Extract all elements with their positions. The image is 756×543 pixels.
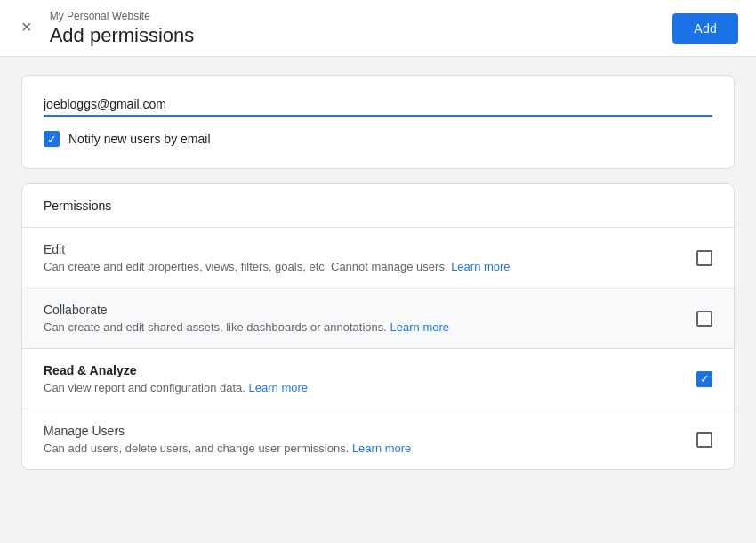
permissions-header: Permissions (22, 184, 734, 228)
checkbox-read-analyze[interactable]: ✓ (696, 371, 712, 387)
header-subtitle: My Personal Website (50, 10, 195, 22)
permission-row-edit: Edit Can create and edit properties, vie… (22, 228, 734, 288)
checkbox-edit[interactable] (696, 250, 712, 266)
header-title-group: My Personal Website Add permissions (50, 10, 195, 47)
permission-row-manage-users: Manage Users Can add users, delete users… (22, 409, 734, 469)
checkmark-read-analyze-icon: ✓ (700, 373, 710, 385)
email-field[interactable] (44, 93, 712, 117)
header: × My Personal Website Add permissions Ad… (0, 0, 756, 57)
learn-more-collaborate[interactable]: Learn more (390, 320, 449, 334)
notify-row: ✓ Notify new users by email (44, 131, 712, 147)
permission-name-manage-users: Manage Users (44, 424, 675, 438)
learn-more-edit[interactable]: Learn more (451, 260, 510, 273)
permission-name-edit: Edit (44, 242, 675, 256)
permission-desc-edit: Can create and edit properties, views, f… (44, 260, 675, 273)
main-content: ✓ Notify new users by email Permissions … (0, 57, 756, 543)
notify-checkbox[interactable]: ✓ (44, 131, 60, 147)
permission-desc-read-analyze: Can view report and configuration data. … (44, 381, 675, 394)
permission-desc-manage-users: Can add users, delete users, and change … (44, 442, 675, 455)
learn-more-read-analyze[interactable]: Learn more (249, 381, 308, 394)
email-card: ✓ Notify new users by email (21, 75, 735, 169)
permission-row-collaborate: Collaborate Can create and edit shared a… (22, 288, 734, 349)
permissions-card: Permissions Edit Can create and edit pro… (21, 183, 735, 470)
header-left: × My Personal Website Add permissions (18, 10, 194, 47)
permission-info-manage-users: Manage Users Can add users, delete users… (44, 424, 675, 455)
permission-info-collaborate: Collaborate Can create and edit shared a… (44, 303, 675, 334)
permission-info-edit: Edit Can create and edit properties, vie… (44, 242, 675, 273)
add-button[interactable]: Add (672, 13, 738, 44)
checkbox-collaborate[interactable] (696, 311, 712, 327)
close-icon: × (21, 17, 32, 37)
page-title: Add permissions (50, 24, 195, 47)
checkbox-manage-users[interactable] (696, 432, 712, 448)
permission-name-read-analyze: Read & Analyze (44, 363, 675, 377)
notify-label: Notify new users by email (68, 132, 211, 146)
close-button[interactable]: × (18, 13, 36, 41)
permission-info-read-analyze: Read & Analyze Can view report and confi… (44, 363, 675, 394)
permission-desc-collaborate: Can create and edit shared assets, like … (44, 320, 675, 334)
email-section: ✓ Notify new users by email (22, 76, 734, 168)
learn-more-manage-users[interactable]: Learn more (352, 442, 411, 455)
permission-row-read-analyze: Read & Analyze Can view report and confi… (22, 349, 734, 409)
permission-name-collaborate: Collaborate (44, 303, 675, 317)
checkmark-icon: ✓ (47, 134, 57, 145)
